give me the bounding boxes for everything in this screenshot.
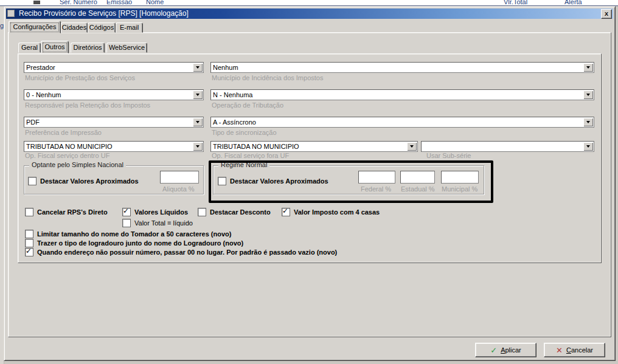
- field-label-usar-sub-serie: Usar Sub-série: [426, 152, 471, 159]
- checkbox-trazer-tipo-logradouro[interactable]: Trazer o tipo de logradouro junto do nom…: [25, 239, 243, 247]
- chevron-down-icon[interactable]: [407, 142, 417, 151]
- x-icon: ✕: [556, 346, 563, 354]
- background-grid-header: Ser. Número Emissão Nome Vlr.Total Alert…: [0, 0, 618, 6]
- checkbox-box[interactable]: [122, 208, 131, 216]
- combo-municipio-incidencia[interactable]: Nenhum: [210, 62, 594, 73]
- checkbox-endereco-sem-numero[interactable]: Quando endereço não possuir número, pass…: [25, 248, 337, 256]
- checkbox-box[interactable]: [28, 177, 36, 185]
- chevron-down-icon[interactable]: [193, 63, 203, 72]
- field-label-tipo-sincronizacao: Tipo de sincronização: [212, 129, 277, 136]
- field-label-estadual: Estadual %: [401, 185, 435, 193]
- combo-value: Prestador: [26, 63, 55, 72]
- combo-preferencia-impressao[interactable]: PDF: [24, 117, 204, 128]
- field-label-op-fiscal-fora-uf: Op. Fiscal serviço fora UF: [212, 152, 289, 159]
- checkbox-box[interactable]: [282, 208, 290, 216]
- combo-usar-sub-serie[interactable]: [421, 141, 594, 152]
- bg-col-vlrtotal: Vlr.Total: [504, 0, 527, 5]
- combo-value: TRIBUTADA NO MUNICIPIO: [26, 142, 113, 151]
- field-label-aliquota: Aliquota %: [162, 185, 195, 193]
- field-label-preferencia-impressao: Preferência de Impressão: [25, 129, 102, 136]
- combo-value: N - Nenhuma: [213, 91, 252, 99]
- chevron-down-icon[interactable]: [583, 91, 593, 99]
- close-icon[interactable]: X: [601, 9, 612, 19]
- combo-value: TRIBUTADA NO MUNICIPIO: [213, 142, 299, 151]
- app-icon: [7, 10, 15, 17]
- tab-label: WebService: [109, 44, 145, 51]
- tab-configuracoes[interactable]: Configurações: [9, 21, 61, 33]
- tab-diretorios[interactable]: Diretórios: [71, 43, 105, 53]
- checkbox-destacar-desconto[interactable]: Destacar Desconto: [198, 208, 271, 216]
- bg-col-nome: Nome: [146, 0, 164, 5]
- combo-municipio-prestacao[interactable]: Prestador: [24, 62, 204, 73]
- combo-tipo-sincronizacao[interactable]: A - Assíncrono: [210, 117, 594, 128]
- combo-value: PDF: [26, 118, 40, 126]
- checkbox-box[interactable]: [218, 177, 226, 185]
- combo-responsavel-retencao[interactable]: 0 - Nenhum: [24, 89, 204, 100]
- checkbox-valor-total-liquido[interactable]: Valor Total = líquido: [122, 219, 193, 227]
- tab-label: Códigos: [89, 24, 114, 31]
- municipal-input[interactable]: [441, 171, 479, 184]
- checkbox-box[interactable]: [25, 248, 33, 256]
- cancelar-label: Cancelar: [566, 346, 593, 354]
- cancelar-button[interactable]: ✕ Cancelar: [544, 343, 605, 357]
- chevron-down-icon[interactable]: [583, 142, 593, 151]
- chevron-down-icon[interactable]: [193, 142, 203, 151]
- checkbox-box[interactable]: [198, 208, 206, 216]
- combo-operacao-tributacao[interactable]: N - Nenhuma: [210, 89, 594, 100]
- aliquota-input[interactable]: [160, 171, 199, 184]
- dialog-title: Recibo Provisório de Serviços [RPS] [Hom…: [19, 9, 189, 19]
- checkbox-cancelar-rps-direto[interactable]: Cancelar RPS's Direto: [25, 208, 108, 216]
- aplicar-button[interactable]: ✓ Aplicar: [475, 343, 536, 357]
- background-row-marker: [33, 1, 40, 4]
- field-label-op-fiscal-dentro-uf: Op. Fiscal serviço dentro UF: [25, 152, 109, 159]
- aplicar-label: Aplicar: [501, 346, 521, 354]
- tab-geral[interactable]: Geral: [18, 43, 41, 53]
- checkbox-box[interactable]: [25, 208, 33, 216]
- checkbox-destacar-valores-regime[interactable]: Destacar Valores Aproximados: [218, 177, 328, 185]
- tab-focus-rect: [43, 43, 67, 52]
- tab-label: Geral: [21, 44, 38, 51]
- tab-webservice[interactable]: WebService: [106, 43, 147, 53]
- tab-label: Cidades: [62, 24, 86, 31]
- checkbox-box[interactable]: [25, 239, 33, 247]
- tab-email[interactable]: E-mail: [116, 22, 143, 33]
- checkbox-box[interactable]: [122, 219, 131, 227]
- combo-value: Nenhum: [213, 63, 238, 72]
- checkbox-destacar-valores-simples[interactable]: Destacar Valores Aproximados: [28, 177, 139, 185]
- bg-col-ser: Ser. Número: [60, 0, 97, 5]
- tab-label: E-mail: [120, 24, 139, 31]
- field-label-municipio-incidencia: Município de Incidência dos Impostos: [212, 74, 323, 81]
- tab-codigos[interactable]: Códigos: [88, 22, 116, 33]
- checkbox-valor-imposto-4-casas[interactable]: Valor Imposto com 4 casas: [282, 208, 380, 216]
- combo-value: A - Assíncrono: [213, 118, 256, 126]
- group-title: Regime Normal: [218, 161, 269, 168]
- tab-outros[interactable]: Outros: [41, 41, 69, 53]
- estadual-input[interactable]: [400, 171, 435, 184]
- bg-col-emissao: Emissão: [106, 0, 132, 5]
- tab-cidades[interactable]: Cidades: [61, 22, 88, 33]
- field-label-operacao-tributacao: Operação de Tributação: [212, 101, 283, 109]
- group-title: Optante pelo Simples Nacional: [29, 161, 126, 168]
- tab-focus-rect: [10, 22, 59, 32]
- tab-label: Diretórios: [73, 44, 102, 51]
- combo-op-fiscal-dentro-uf[interactable]: TRIBUTADA NO MUNICIPIO: [24, 141, 204, 152]
- chevron-down-icon[interactable]: [193, 118, 203, 126]
- federal-input[interactable]: [358, 171, 395, 184]
- title-bar[interactable]: Recibo Provisório de Serviços [RPS] [Hom…: [6, 9, 613, 19]
- field-label-federal: Federal %: [361, 185, 391, 193]
- screen: Ser. Número Emissão Nome Vlr.Total Alert…: [0, 0, 618, 364]
- checkbox-box[interactable]: [25, 230, 33, 238]
- chevron-down-icon[interactable]: [583, 118, 593, 126]
- check-icon: ✓: [490, 346, 497, 354]
- checkbox-limitar-tamanho-tomador[interactable]: Limitar tamanho do nome do Tomador a 50 …: [25, 230, 231, 238]
- field-label-municipal: Municipal %: [442, 185, 477, 193]
- rps-config-dialog: Recibo Provisório de Serviços [RPS] [Hom…: [4, 6, 616, 361]
- field-label-responsavel-retencao: Responsável pela Retenção dos Impostos: [25, 101, 150, 109]
- bg-col-alerta: Alerta: [564, 0, 582, 5]
- combo-value: 0 - Nenhum: [26, 91, 61, 99]
- combo-op-fiscal-fora-uf[interactable]: TRIBUTADA NO MUNICIPIO: [210, 141, 418, 152]
- field-label-municipio-prestacao: Município de Prestação dos Serviços: [25, 74, 135, 81]
- checkbox-valores-liquidos[interactable]: Valores Líquidos: [122, 208, 188, 216]
- chevron-down-icon[interactable]: [583, 63, 593, 72]
- chevron-down-icon[interactable]: [193, 91, 203, 99]
